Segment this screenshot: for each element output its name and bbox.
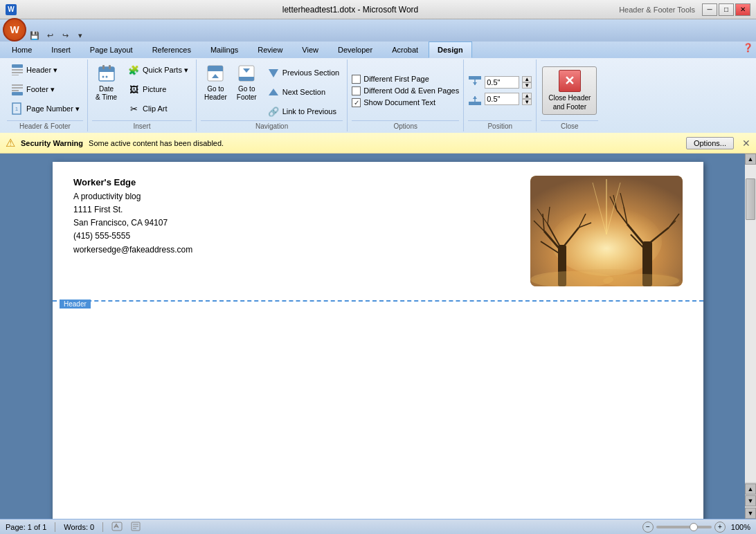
footer-pos-up[interactable]: ▲ xyxy=(522,93,532,99)
security-warning-icon: ⚠ xyxy=(6,136,15,149)
svg-point-13 xyxy=(102,76,104,78)
tab-acrobat[interactable]: Acrobat xyxy=(383,42,427,58)
letterhead-content: Worker's Edge A productivity blog 1111 F… xyxy=(73,176,192,257)
close-header-footer-button[interactable]: ✕ Close Headerand Footer xyxy=(542,66,597,115)
tab-home[interactable]: Home xyxy=(3,42,41,58)
scrollbar-thumb[interactable] xyxy=(746,178,755,220)
track-changes-indicator xyxy=(131,522,145,533)
undo-quick-btn[interactable]: ↩ xyxy=(43,29,57,42)
next-section-label: Next Section xyxy=(282,88,325,96)
security-close-button[interactable]: ✕ xyxy=(742,138,750,149)
group-options-label: Options xyxy=(352,120,459,130)
scroll-down2-button[interactable]: ▼ xyxy=(745,495,756,506)
scrollbar-track[interactable] xyxy=(745,165,756,482)
diff-first-page-row: Different First Page xyxy=(352,75,459,84)
group-navigation: Go toHeader Go toFooter xyxy=(197,59,348,131)
tab-mailings[interactable]: Mailings xyxy=(201,42,247,58)
document-header: Worker's Edge A productivity blog 1111 F… xyxy=(53,162,703,302)
link-to-previous-label: Link to Previous xyxy=(282,107,336,116)
footer-position-row: 0.5" ▲ ▼ xyxy=(468,92,532,106)
redo-quick-btn[interactable]: ↪ xyxy=(58,29,72,42)
footer-button[interactable]: Footer ▾ xyxy=(7,80,83,98)
page-number-button[interactable]: 1 Page Number ▾ xyxy=(7,100,83,118)
customize-quick-btn[interactable]: ▾ xyxy=(73,29,87,42)
header-pos-down[interactable]: ▼ xyxy=(522,82,532,89)
previous-section-button[interactable]: Previous Section xyxy=(263,64,343,82)
footer-position-icon xyxy=(468,92,482,106)
header-button[interactable]: Header ▾ xyxy=(7,61,83,79)
diff-first-page-label: Different First Page xyxy=(363,75,429,83)
date-time-button[interactable]: Date& Time xyxy=(92,61,120,105)
maximize-button[interactable]: □ xyxy=(719,3,734,16)
office-logo: W xyxy=(6,4,17,15)
go-to-header-button[interactable]: Go toHeader xyxy=(201,61,231,105)
zoom-slider[interactable] xyxy=(656,526,712,528)
tab-insert[interactable]: Insert xyxy=(42,42,80,58)
previous-section-label: Previous Section xyxy=(282,68,340,77)
svg-rect-27 xyxy=(469,76,481,80)
minimize-button[interactable]: ─ xyxy=(702,3,717,16)
go-to-header-label: Go toHeader xyxy=(204,85,227,102)
scroll-up2-button[interactable]: ▲ xyxy=(745,484,756,495)
tab-insert-label: Insert xyxy=(51,46,71,54)
group-close-label: Close xyxy=(541,120,598,130)
tab-view-label: View xyxy=(302,46,318,54)
group-position-label: Position xyxy=(468,120,532,130)
tab-developer[interactable]: Developer xyxy=(329,42,381,58)
svg-rect-1 xyxy=(12,69,23,71)
svg-rect-6 xyxy=(12,90,19,91)
zoom-area: − + 100% xyxy=(642,522,750,533)
zoom-percentage: 100% xyxy=(731,523,750,531)
office-button[interactable]: W xyxy=(3,18,26,42)
diff-first-page-checkbox[interactable] xyxy=(352,75,361,84)
company-email: workersedge@fakeaddress.com xyxy=(73,243,192,257)
zoom-out-button[interactable]: − xyxy=(642,522,654,533)
vertical-scrollbar: ▲ ▲ ▼ ▼ xyxy=(745,154,756,519)
link-to-previous-icon: 🔗 xyxy=(267,104,280,118)
group-options: Different First Page Different Odd & Eve… xyxy=(348,59,464,131)
status-sep-1 xyxy=(55,522,55,532)
tab-page-layout[interactable]: Page Layout xyxy=(81,42,142,58)
go-to-footer-button[interactable]: Go toFooter xyxy=(233,61,260,105)
diff-odd-even-row: Different Odd & Even Pages xyxy=(352,86,459,95)
close-window-button[interactable]: ✕ xyxy=(735,3,750,16)
footer-pos-down[interactable]: ▼ xyxy=(522,99,532,105)
header-position-input[interactable]: 0.5" xyxy=(485,76,519,89)
previous-section-icon xyxy=(267,66,280,80)
save-quick-btn[interactable]: 💾 xyxy=(28,29,42,42)
scroll-down-button[interactable]: ▼ xyxy=(745,508,756,519)
document-page: Worker's Edge A productivity blog 1111 F… xyxy=(53,162,703,519)
header-label: Header xyxy=(60,300,91,309)
scroll-up-button[interactable]: ▲ xyxy=(745,154,756,165)
next-section-icon xyxy=(267,85,280,99)
show-doc-text-checkbox[interactable] xyxy=(352,98,361,107)
security-title: Security Warning xyxy=(21,139,83,147)
clip-art-button[interactable]: ✂ Clip Art xyxy=(123,100,192,118)
date-time-icon xyxy=(98,64,116,85)
company-tagline: A productivity blog xyxy=(73,190,192,203)
zoom-thumb[interactable] xyxy=(690,523,698,531)
header-pos-up[interactable]: ▲ xyxy=(522,76,532,82)
group-insert: Date& Time 🧩 Quick Parts ▾ 🖼 Picture ✂ C… xyxy=(88,59,197,131)
next-section-button[interactable]: Next Section xyxy=(263,83,343,101)
document-body[interactable] xyxy=(53,302,703,519)
footer-icon xyxy=(10,82,24,96)
quick-parts-button[interactable]: 🧩 Quick Parts ▾ xyxy=(123,61,192,79)
diff-odd-even-checkbox[interactable] xyxy=(352,86,361,95)
picture-button[interactable]: 🖼 Picture xyxy=(123,80,192,98)
tab-design[interactable]: Design xyxy=(429,42,472,58)
footer-position-input[interactable]: 0.5" xyxy=(485,93,519,105)
group-header-footer: Header ▾ Footer ▾ 1 Page Number ▾ Header… xyxy=(3,59,88,131)
ribbon-help-btn[interactable]: ❓ xyxy=(740,42,756,58)
svg-rect-5 xyxy=(12,87,23,89)
footer-position-value: 0.5" xyxy=(487,95,500,103)
tab-view[interactable]: View xyxy=(293,42,327,58)
tab-review[interactable]: Review xyxy=(249,42,291,58)
security-options-button[interactable]: Options... xyxy=(686,137,734,149)
company-address1: 1111 First St. xyxy=(73,203,192,217)
clip-art-icon: ✂ xyxy=(127,102,141,116)
tab-acrobat-label: Acrobat xyxy=(392,46,418,54)
tab-references[interactable]: References xyxy=(143,42,200,58)
link-to-previous-button[interactable]: 🔗 Link to Previous xyxy=(263,102,343,120)
zoom-in-button[interactable]: + xyxy=(714,522,726,533)
